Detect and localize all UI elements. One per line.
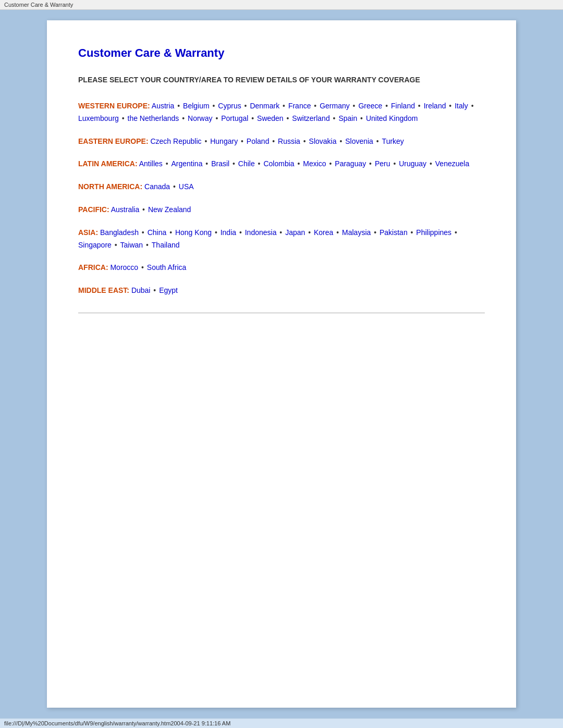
country-link-korea[interactable]: Korea	[314, 228, 333, 237]
region-label-asia: ASIA:	[78, 228, 98, 237]
country-link-pakistan[interactable]: Pakistan	[380, 228, 408, 237]
status-bar-url: file:///D|/My%20Documents/dfu/W9/english…	[4, 720, 170, 726]
country-link-paraguay[interactable]: Paraguay	[335, 159, 366, 168]
bullet-separator: •	[180, 114, 187, 122]
country-link-switzerland[interactable]: Switzerland	[292, 114, 329, 122]
bullet-separator: •	[447, 102, 454, 110]
country-link-uruguay[interactable]: Uruguay	[399, 159, 426, 168]
country-link-singapore[interactable]: Singapore	[78, 241, 112, 249]
region-block-western-europe: WESTERN EUROPE: Austria • Belgium • Cypr…	[78, 100, 485, 125]
bullet-separator: •	[327, 159, 334, 168]
country-link-usa[interactable]: USA	[179, 182, 194, 191]
region-countries-africa: Morocco • South Africa	[110, 263, 186, 272]
country-link-united-kingdom[interactable]: United Kingdom	[366, 114, 418, 122]
country-link-luxembourg[interactable]: Luxembourg	[78, 114, 119, 122]
bullet-separator: •	[164, 159, 170, 168]
bullet-separator: •	[469, 102, 474, 110]
country-link-slovakia[interactable]: Slovakia	[309, 137, 337, 145]
country-link-cyprus[interactable]: Cyprus	[218, 102, 241, 110]
bullet-separator: •	[409, 228, 415, 237]
country-link-norway[interactable]: Norway	[188, 114, 212, 122]
country-link-hong-kong[interactable]: Hong Kong	[175, 228, 212, 237]
bullet-separator: •	[242, 102, 249, 110]
country-link-sweden[interactable]: Sweden	[257, 114, 284, 122]
status-bar: file:///D|/My%20Documents/dfu/W9/english…	[0, 718, 563, 728]
bullet-separator: •	[113, 241, 119, 249]
country-link-argentina[interactable]: Argentina	[172, 159, 203, 168]
bullet-separator: •	[237, 228, 244, 237]
country-link-denmark[interactable]: Denmark	[250, 102, 279, 110]
bullet-separator: •	[175, 102, 182, 110]
country-link-belgium[interactable]: Belgium	[183, 102, 210, 110]
country-link-philippines[interactable]: Philippines	[416, 228, 451, 237]
region-countries-middle-east: Dubai • Egypt	[131, 286, 178, 294]
country-link-peru[interactable]: Peru	[375, 159, 390, 168]
country-link-thailand[interactable]: Thailand	[152, 241, 180, 249]
country-link-indonesia[interactable]: Indonesia	[245, 228, 277, 237]
page-title: Customer Care & Warranty	[78, 46, 485, 60]
bullet-separator: •	[296, 159, 302, 168]
country-link-france[interactable]: France	[288, 102, 311, 110]
bullet-separator: •	[203, 137, 210, 145]
country-link-new-zealand[interactable]: New Zealand	[148, 205, 191, 214]
bullet-separator: •	[239, 137, 246, 145]
region-label-latin-america: LATIN AMERICA:	[78, 159, 138, 168]
bullet-separator: •	[203, 159, 210, 168]
bullet-separator: •	[338, 137, 345, 145]
country-link-greece[interactable]: Greece	[358, 102, 382, 110]
bullet-separator: •	[374, 137, 381, 145]
country-link-bangladesh[interactable]: Bangladesh	[100, 228, 139, 237]
bullet-separator: •	[427, 159, 434, 168]
country-link-russia[interactable]: Russia	[278, 137, 300, 145]
country-link-venezuela[interactable]: Venezuela	[435, 159, 469, 168]
country-link-canada[interactable]: Canada	[144, 182, 170, 191]
country-link-dubai[interactable]: Dubai	[131, 286, 151, 294]
country-link-antilles[interactable]: Antilles	[139, 159, 163, 168]
bullet-separator: •	[214, 114, 221, 122]
country-link-germany[interactable]: Germany	[320, 102, 350, 110]
country-link-poland[interactable]: Poland	[247, 137, 270, 145]
country-link-japan[interactable]: Japan	[285, 228, 305, 237]
bullet-separator: •	[270, 137, 277, 145]
country-link-india[interactable]: India	[221, 228, 236, 237]
country-link-brasil[interactable]: Brasil	[211, 159, 229, 168]
country-link-turkey[interactable]: Turkey	[382, 137, 404, 145]
country-link-portugal[interactable]: Portugal	[221, 114, 248, 122]
country-link-czech-republic[interactable]: Czech Republic	[150, 137, 201, 145]
country-link-slovenia[interactable]: Slovenia	[345, 137, 373, 145]
country-link-china[interactable]: China	[148, 228, 167, 237]
country-link-chile[interactable]: Chile	[238, 159, 255, 168]
region-block-pacific: PACIFIC: Australia • New Zealand	[78, 204, 485, 216]
country-link-egypt[interactable]: Egypt	[159, 286, 178, 294]
country-link-hungary[interactable]: Hungary	[210, 137, 238, 145]
region-countries-pacific: Australia • New Zealand	[111, 205, 191, 214]
bullet-separator: •	[331, 114, 338, 122]
bullet-separator: •	[120, 114, 127, 122]
country-link-finland[interactable]: Finland	[391, 102, 415, 110]
region-countries-eastern-europe: Czech Republic • Hungary • Poland • Russ…	[150, 137, 403, 145]
country-link-mexico[interactable]: Mexico	[303, 159, 326, 168]
country-link-the-netherlands[interactable]: the Netherlands	[128, 114, 179, 122]
region-label-eastern-europe: EASTERN EUROPE:	[78, 137, 149, 145]
region-label-pacific: PACIFIC:	[78, 205, 109, 214]
country-link-taiwan[interactable]: Taiwan	[120, 241, 143, 249]
country-link-colombia[interactable]: Colombia	[263, 159, 294, 168]
bullet-separator: •	[306, 228, 313, 237]
bullet-separator: •	[277, 228, 284, 237]
country-link-austria[interactable]: Austria	[152, 102, 175, 110]
region-countries-north-america: Canada • USA	[144, 182, 194, 191]
country-link-malaysia[interactable]: Malaysia	[342, 228, 371, 237]
bullet-separator: •	[211, 102, 217, 110]
country-link-south-africa[interactable]: South Africa	[147, 263, 187, 272]
bullet-separator: •	[256, 159, 263, 168]
page-container: Customer Care & Warranty PLEASE SELECT Y…	[47, 20, 516, 708]
region-block-eastern-europe: EASTERN EUROPE: Czech Republic • Hungary…	[78, 135, 485, 148]
country-link-ireland[interactable]: Ireland	[424, 102, 446, 110]
country-link-australia[interactable]: Australia	[111, 205, 139, 214]
bullet-separator: •	[140, 228, 146, 237]
country-link-italy[interactable]: Italy	[455, 102, 468, 110]
country-link-morocco[interactable]: Morocco	[110, 263, 138, 272]
region-block-latin-america: LATIN AMERICA: Antilles • Argentina • Br…	[78, 158, 485, 170]
region-block-middle-east: MIDDLE EAST: Dubai • Egypt	[78, 285, 485, 297]
country-link-spain[interactable]: Spain	[338, 114, 357, 122]
